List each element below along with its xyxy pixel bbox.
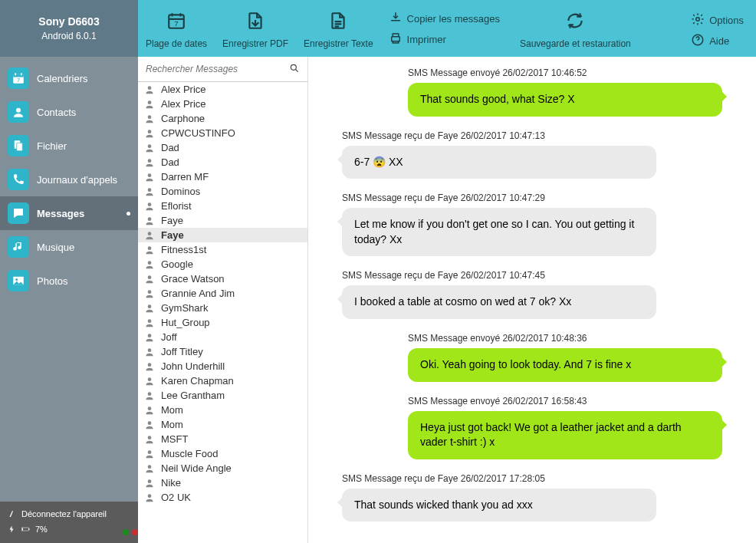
status-dot-red <box>132 529 138 535</box>
save-text-button[interactable]: Enregistrer Texte <box>299 6 378 52</box>
contact-item[interactable]: O2 UK <box>138 490 307 505</box>
contact-item[interactable]: Grace Watson <box>138 272 307 286</box>
svg-point-36 <box>148 334 152 337</box>
copy-messages-button[interactable]: Copier les messages <box>389 11 500 27</box>
print-label: Imprimer <box>407 34 446 45</box>
search-input[interactable] <box>138 57 307 81</box>
options-button[interactable]: Options <box>691 12 744 28</box>
contact-name: Mom <box>161 419 183 430</box>
message-meta: SMS Message reçu de Faye 26/02/2017 10:4… <box>342 130 736 141</box>
backup-button[interactable]: Sauvegarde et restauration <box>515 6 636 52</box>
message-bubble: Let me know if you don't get one so I ca… <box>342 208 656 256</box>
svg-point-38 <box>148 363 152 367</box>
save-pdf-button[interactable]: Enregistrer PDF <box>218 6 293 52</box>
person-icon <box>144 259 155 270</box>
help-button[interactable]: Aide <box>691 33 744 49</box>
svg-point-42 <box>148 421 152 425</box>
nav-list: 7CalendriersContactsFichierJournaux d'ap… <box>0 57 138 502</box>
svg-point-27 <box>148 202 152 206</box>
nav-item-phone[interactable]: Journaux d'appels <box>0 163 138 196</box>
svg-point-40 <box>148 392 152 396</box>
contacts-list[interactable]: Alex PriceAlex PriceCarphoneCPWCUSTINFOD… <box>138 82 307 543</box>
person-icon <box>144 376 155 387</box>
svg-point-47 <box>148 494 152 498</box>
contact-name: Karen Chapman <box>161 375 234 387</box>
person-icon <box>144 361 155 372</box>
person-icon <box>144 303 155 314</box>
nav-item-file[interactable]: Fichier <box>0 129 138 163</box>
contact-name: MSFT <box>161 433 188 445</box>
contact-item[interactable]: Fitness1st <box>138 242 307 257</box>
contact-item[interactable]: Joff Titley <box>138 344 307 359</box>
contact-item[interactable]: Dad <box>138 155 307 169</box>
message-received: SMS Message reçu de Faye 26/02/2017 10:4… <box>324 193 736 256</box>
contact-item[interactable]: Dad <box>138 140 307 155</box>
contact-item[interactable]: John Underhill <box>138 359 307 374</box>
contact-item[interactable]: Hut_Group <box>138 315 307 330</box>
nav-item-contacts[interactable]: Contacts <box>0 95 138 129</box>
contact-item[interactable]: Eflorist <box>138 199 307 213</box>
chat-panel[interactable]: SMS Message envoyé 26/02/2017 10:46:52Th… <box>308 57 756 543</box>
nav-item-photo[interactable]: Photos <box>0 264 138 298</box>
battery-status: 7% <box>0 522 138 537</box>
contact-item[interactable]: Karen Chapman <box>138 374 307 388</box>
date-range-button[interactable]: 7 Plage de dates <box>141 6 212 52</box>
svg-point-34 <box>148 304 152 308</box>
phone-icon <box>8 169 29 190</box>
contact-name: CPWCUSTINFO <box>161 127 235 139</box>
contact-item[interactable]: GymShark <box>138 301 307 315</box>
date-range-label: Plage de dates <box>146 38 207 49</box>
calendar-icon: 7 <box>166 9 186 32</box>
nav-item-music[interactable]: Musique <box>0 230 138 264</box>
print-button[interactable]: Imprimer <box>389 31 500 48</box>
contact-item[interactable]: Joff <box>138 330 307 344</box>
contact-item[interactable]: Alex Price <box>138 97 307 111</box>
contact-name: Joff Titley <box>161 346 203 357</box>
contact-item[interactable]: Mom <box>138 417 307 432</box>
person-icon <box>144 434 155 445</box>
nav-item-label: Fichier <box>37 140 130 152</box>
contact-item[interactable]: CPWCUSTINFO <box>138 126 307 140</box>
contact-item[interactable]: Faye <box>138 213 307 228</box>
contact-name: Faye <box>161 229 184 241</box>
contact-item[interactable]: Faye <box>138 228 307 242</box>
contact-item[interactable]: MSFT <box>138 432 307 446</box>
file-icon <box>8 135 29 156</box>
nav-item-label: Messages <box>37 208 127 219</box>
contact-item[interactable]: Alex Price <box>138 82 307 97</box>
contact-name: Dominos <box>161 186 200 197</box>
person-icon <box>144 478 155 489</box>
search-icon[interactable] <box>289 63 300 77</box>
contact-name: Muscle Food <box>161 448 218 459</box>
svg-point-33 <box>148 290 152 294</box>
device-os: Android 6.0.1 <box>0 31 138 41</box>
nav-item-label: Contacts <box>37 107 130 118</box>
contact-item[interactable]: Dominos <box>138 184 307 199</box>
message-received: SMS Message reçu de Faye 26/02/2017 10:4… <box>324 270 736 319</box>
contact-item[interactable]: Nike <box>138 476 307 490</box>
contact-item[interactable]: Muscle Food <box>138 446 307 461</box>
contact-name: Fitness1st <box>161 244 206 255</box>
contact-item[interactable]: Lee Grantham <box>138 388 307 403</box>
message-bubble: Oki. Yeah going to look today. And 7 is … <box>408 348 722 382</box>
person-icon <box>144 201 155 212</box>
person-icon <box>144 245 155 255</box>
contact-item[interactable]: Google <box>138 257 307 272</box>
svg-point-32 <box>148 275 152 279</box>
contact-item[interactable]: Grannie And Jim <box>138 286 307 301</box>
nav-item-calendar[interactable]: 7Calendriers <box>0 61 138 95</box>
contact-name: Dad <box>161 156 179 168</box>
disconnect-button[interactable]: Déconnectez l'appareil <box>0 506 138 522</box>
photo-icon <box>8 270 29 291</box>
person-icon <box>144 216 155 226</box>
person-icon <box>144 492 155 503</box>
nav-item-message[interactable]: Messages <box>0 196 138 230</box>
contact-name: Faye <box>161 215 183 226</box>
contact-item[interactable]: Mom <box>138 403 307 417</box>
svg-point-46 <box>148 479 152 483</box>
message-meta: SMS Message reçu de Faye 26/02/2017 17:2… <box>342 473 736 484</box>
contact-item[interactable]: Carphone <box>138 111 307 126</box>
svg-rect-8 <box>21 73 22 75</box>
contact-item[interactable]: Darren MF <box>138 169 307 184</box>
contact-item[interactable]: Neil Wide Angle <box>138 461 307 476</box>
